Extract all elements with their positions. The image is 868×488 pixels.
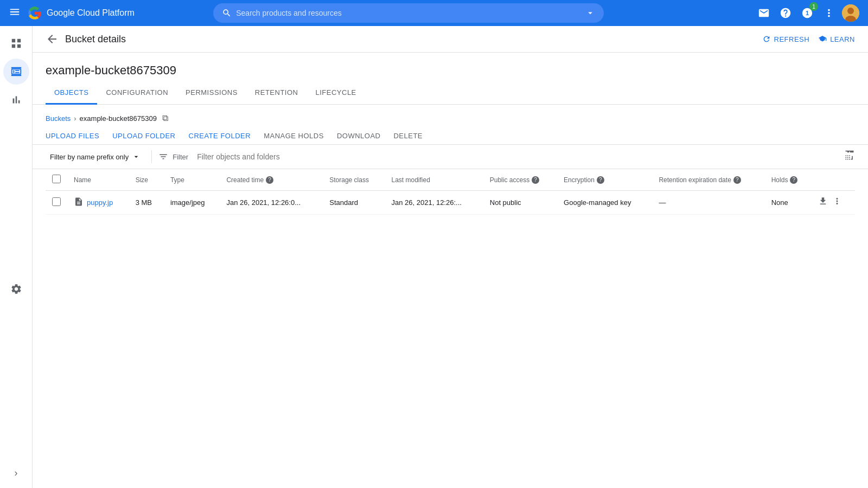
filter-label: Filter <box>173 153 188 161</box>
sidebar-expand-btn[interactable]: › <box>3 464 29 481</box>
notification-btn[interactable]: 1 1 <box>799 4 816 22</box>
col-header-encryption: Encryption ? <box>557 169 652 191</box>
sidebar-item-grid[interactable] <box>3 30 29 56</box>
file-public-access: Not public <box>483 191 557 215</box>
col-header-type: Type <box>164 169 220 191</box>
page-header-left: Bucket details <box>46 33 126 46</box>
notification-badge: 1 <box>809 2 818 11</box>
breadcrumb-current: example-bucket8675309 <box>80 114 157 123</box>
topbar: Google Cloud Platform 1 1 <box>0 0 868 26</box>
search-dropdown-icon[interactable] <box>585 8 595 18</box>
col-header-actions <box>812 169 855 191</box>
col-header-holds: Holds ? <box>765 169 812 191</box>
refresh-button[interactable]: REFRESH <box>762 35 810 43</box>
sidebar-item-settings[interactable] <box>3 275 29 301</box>
filter-icon <box>158 152 168 162</box>
file-encryption: Google-managed key <box>557 191 652 215</box>
main-layout: › Bucket details REFRESH LEARN <box>0 26 868 488</box>
tab-configuration[interactable]: CONFIGURATION <box>97 82 177 105</box>
file-size: 3 MB <box>129 191 164 215</box>
table-container: Name Size Type Created time ? <box>33 169 868 488</box>
sidebar-item-analytics[interactable] <box>3 87 29 113</box>
help-icon-btn[interactable] <box>777 4 794 22</box>
table-header-row: Name Size Type Created time ? <box>46 169 855 191</box>
file-type: image/jpeg <box>164 191 220 215</box>
filter-input-area: Filter <box>158 152 838 162</box>
download-row-btn[interactable] <box>818 196 828 209</box>
row-more-btn[interactable] <box>832 196 842 209</box>
create-folder-button[interactable]: CREATE FOLDER <box>189 132 251 140</box>
tab-retention[interactable]: RETENTION <box>246 82 307 105</box>
filter-row: Filter by name prefix only Filter <box>33 144 868 169</box>
file-created-time: Jan 26, 2021, 12:26:0... <box>220 191 323 215</box>
tabs-bar: OBJECTS CONFIGURATION PERMISSIONS RETENT… <box>33 82 868 105</box>
search-input[interactable] <box>236 9 581 17</box>
col-header-last-modified: Last modified <box>385 169 483 191</box>
filter-input[interactable] <box>197 152 838 161</box>
upload-files-button[interactable]: UPLOAD FILES <box>46 132 99 140</box>
page-header-actions: REFRESH LEARN <box>762 35 855 43</box>
email-icon-btn[interactable] <box>755 4 773 22</box>
page-title: Bucket details <box>65 34 126 45</box>
svg-text:1: 1 <box>806 10 809 16</box>
bucket-name: example-bucket8675309 <box>46 63 176 77</box>
row-actions <box>818 196 848 209</box>
action-toolbar: UPLOAD FILES UPLOAD FOLDER CREATE FOLDER… <box>33 127 868 144</box>
bucket-name-section: example-bucket8675309 <box>33 53 868 78</box>
filter-divider <box>151 150 152 163</box>
filter-prefix-label: Filter by name prefix only <box>50 153 129 161</box>
holds-help-icon[interactable]: ? <box>790 176 797 184</box>
created-time-help-icon[interactable]: ? <box>266 176 273 184</box>
table-row: puppy.jp 3 MB image/jpeg Jan 26, 2021, 1… <box>46 191 855 215</box>
file-retention: — <box>652 191 764 215</box>
learn-button[interactable]: LEARN <box>818 35 855 43</box>
breadcrumb-separator: › <box>74 114 76 123</box>
filter-prefix-button[interactable]: Filter by name prefix only <box>46 149 145 164</box>
back-button[interactable] <box>46 33 59 46</box>
row-checkbox[interactable] <box>52 197 61 206</box>
upload-folder-button[interactable]: UPLOAD FOLDER <box>112 132 175 140</box>
select-all-checkbox[interactable] <box>52 175 61 183</box>
tab-objects[interactable]: OBJECTS <box>46 82 97 105</box>
col-header-retention: Retention expiration date ? <box>652 169 764 191</box>
objects-table: Name Size Type Created time ? <box>46 169 855 215</box>
topbar-actions: 1 1 <box>755 4 859 22</box>
breadcrumb: Buckets › example-bucket8675309 ⧉ <box>33 105 868 127</box>
col-header-public-access: Public access ? <box>483 169 557 191</box>
file-icon <box>74 197 84 209</box>
download-button[interactable]: DOWNLOAD <box>337 132 381 140</box>
density-toggle-btn[interactable] <box>844 150 855 164</box>
file-holds: None <box>765 191 812 215</box>
file-name[interactable]: puppy.jp <box>87 198 113 207</box>
content-area: Bucket details REFRESH LEARN example-buc… <box>33 26 868 488</box>
copy-icon[interactable]: ⧉ <box>162 113 168 123</box>
tab-permissions[interactable]: PERMISSIONS <box>177 82 246 105</box>
retention-help-icon[interactable]: ? <box>733 176 741 184</box>
col-header-size: Size <box>129 169 164 191</box>
col-header-name: Name <box>67 169 129 191</box>
svg-point-3 <box>847 8 854 14</box>
delete-button[interactable]: DELETE <box>393 132 423 140</box>
user-avatar[interactable] <box>842 4 859 22</box>
tab-lifecycle[interactable]: LIFECYCLE <box>307 82 365 105</box>
breadcrumb-buckets[interactable]: Buckets <box>46 114 71 123</box>
search-bar <box>213 3 604 23</box>
page-header: Bucket details REFRESH LEARN <box>33 26 868 53</box>
public-access-help-icon[interactable]: ? <box>532 176 539 184</box>
file-last-modified: Jan 26, 2021, 12:26:... <box>385 191 483 215</box>
col-header-created-time: Created time ? <box>220 169 323 191</box>
topbar-logo: Google Cloud Platform <box>27 5 135 21</box>
file-storage-class: Standard <box>323 191 385 215</box>
menu-icon[interactable] <box>9 6 21 21</box>
encryption-help-icon[interactable]: ? <box>597 176 604 184</box>
col-header-storage-class: Storage class <box>323 169 385 191</box>
search-icon <box>222 8 232 18</box>
topbar-logo-text: Google Cloud Platform <box>47 8 135 18</box>
manage-holds-button[interactable]: MANAGE HOLDS <box>264 132 324 140</box>
more-options-btn[interactable] <box>820 4 838 22</box>
sidebar: › <box>0 26 33 488</box>
sidebar-item-storage[interactable] <box>3 59 29 85</box>
